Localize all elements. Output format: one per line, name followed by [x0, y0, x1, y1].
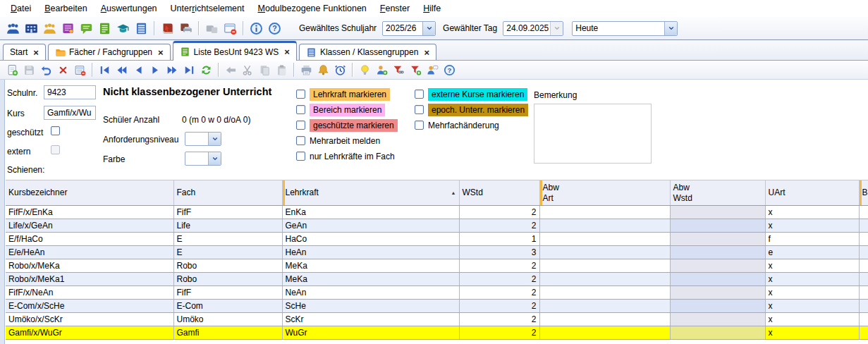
refresh-button[interactable]	[198, 62, 214, 78]
add-person-button[interactable]	[374, 62, 389, 78]
menu-auswertungen[interactable]: Auswertungen	[94, 1, 164, 16]
table-cell[interactable]	[539, 300, 670, 313]
checkbox-mehrarbeit-melden[interactable]: Mehrarbeit melden	[296, 135, 398, 147]
table-cell[interactable]	[539, 219, 670, 233]
column-header-abw-art[interactable]: AbwArt	[539, 180, 670, 206]
table-cell[interactable]: Umöko	[173, 313, 282, 326]
nav-fast-back-button[interactable]	[114, 62, 129, 78]
table-cell[interactable]	[539, 206, 670, 219]
table-cell[interactable]: ScHe	[282, 300, 459, 313]
table-cell[interactable]	[539, 259, 670, 273]
table-cell[interactable]	[859, 233, 868, 246]
table-cell[interactable]: Gamfi/x/WuGr	[6, 326, 173, 340]
table-row[interactable]: E/f/HaCoEHaCo1f	[6, 233, 868, 246]
table-cell[interactable]	[670, 259, 765, 273]
table-cell[interactable]: 3	[459, 246, 539, 259]
table-cell[interactable]	[670, 219, 765, 233]
menu-modulbezogene-funktionen[interactable]: Modulbezogene Funktionen	[252, 1, 374, 16]
table-cell[interactable]: MeKa	[282, 273, 459, 286]
tab-klassen-klassengruppen[interactable]: Klassen / Klassengruppen×	[299, 44, 436, 60]
column-header-uart[interactable]: UArt	[765, 180, 859, 206]
table-cell[interactable]: MeKa	[282, 259, 459, 273]
table-cell[interactable]: E-Com	[173, 300, 282, 313]
checkbox-bereich-markieren[interactable]: Bereich markieren	[296, 104, 398, 116]
checkbox[interactable]	[296, 136, 305, 145]
column-header-lehrkraft[interactable]: Lehrkraft▲	[282, 180, 459, 206]
table-cell[interactable]: Robo	[173, 273, 282, 286]
help-button[interactable]: ?	[266, 20, 283, 37]
save-button[interactable]	[21, 62, 37, 78]
table-cell[interactable]: Robo/x/MeKa	[6, 259, 173, 273]
table-cell[interactable]	[539, 286, 670, 300]
nav-last-button[interactable]	[181, 62, 197, 78]
table-cell[interactable]: FifF/x/EnKa	[6, 206, 173, 219]
nav-forward-button[interactable]	[147, 62, 163, 78]
table-cell[interactable]: HeAn	[282, 246, 459, 259]
table-cell[interactable]: 2	[459, 326, 539, 340]
table-cell[interactable]	[539, 233, 670, 246]
bemerkung-textarea[interactable]	[534, 104, 652, 164]
menu-datei[interactable]: Datei	[4, 1, 38, 16]
tab-liste-besunt-9423-ws[interactable]: Liste BesUnt 9423 WS×	[173, 41, 297, 61]
table-cell[interactable]	[539, 313, 670, 326]
nav-back-button[interactable]	[130, 62, 146, 78]
help-button[interactable]: ?	[441, 62, 457, 78]
table-row[interactable]: Robo/x/MeKaRoboMeKa2x	[6, 259, 868, 273]
geschuetzt-checkbox[interactable]	[51, 126, 60, 135]
table-cell[interactable]: E	[173, 233, 282, 246]
table-cell[interactable]: EnKa	[282, 206, 459, 219]
checkbox[interactable]	[296, 121, 305, 130]
table-cell[interactable]	[670, 326, 765, 340]
checkbox[interactable]	[415, 121, 424, 130]
table-cell[interactable]: Life/x/GeAn	[6, 219, 173, 233]
column-header-b[interactable]: B	[859, 180, 868, 206]
column-header-kursbezeichner[interactable]: Kursbezeichner	[6, 180, 173, 206]
filter-link-button[interactable]	[391, 62, 406, 78]
copy-button[interactable]	[257, 62, 272, 78]
lightbulb-button[interactable]	[357, 62, 372, 78]
table-cell[interactable]	[859, 286, 868, 300]
table-cell[interactable]	[670, 233, 765, 246]
table-cell[interactable]	[670, 300, 765, 313]
undo-button[interactable]	[38, 62, 54, 78]
day-mode-select[interactable]: Heute	[572, 21, 678, 36]
table-cell[interactable]: E/e/HeAn	[6, 246, 173, 259]
checkbox[interactable]	[296, 105, 305, 114]
table-cell[interactable]: 2	[459, 313, 539, 326]
table-cell[interactable]	[859, 219, 868, 233]
table-cell[interactable]: FifF/x/NeAn	[6, 286, 173, 300]
puzzle-button[interactable]	[203, 20, 220, 37]
table-row[interactable]: FifF/x/NeAnFifFNeAn2x	[6, 286, 868, 300]
chat-button[interactable]	[78, 20, 94, 37]
table-cell[interactable]	[539, 326, 670, 340]
table-row[interactable]: FifF/x/EnKaFifFEnKa2x	[6, 206, 868, 219]
checkbox[interactable]	[415, 105, 424, 114]
bell-button[interactable]	[315, 62, 331, 78]
chevron-down-icon[interactable]	[422, 22, 435, 35]
selected-day-select[interactable]: 24.09.2025	[503, 21, 563, 36]
table-cell[interactable]: x	[765, 206, 859, 219]
window-remove-button[interactable]	[221, 20, 238, 37]
menu-bearbeiten[interactable]: Bearbeiten	[38, 1, 94, 16]
students-button[interactable]	[4, 20, 21, 37]
table-cell[interactable]	[670, 206, 765, 219]
schulnr-input[interactable]	[44, 85, 96, 99]
list-button[interactable]	[96, 20, 113, 37]
checkbox-lehrkraft-markieren[interactable]: Lehrkraft markieren	[296, 88, 398, 100]
table-cell[interactable]	[859, 326, 868, 340]
tab-close-icon[interactable]: ×	[33, 48, 39, 57]
paste-button[interactable]	[274, 62, 289, 78]
table-cell[interactable]: x	[765, 300, 859, 313]
table-cell[interactable]: x	[765, 259, 859, 273]
table-row[interactable]: Robo/x/MeKa1RoboMeKa2x	[6, 273, 868, 286]
checkbox[interactable]	[415, 90, 424, 99]
table-cell[interactable]: FifF	[173, 206, 282, 219]
table-cell[interactable]	[859, 246, 868, 259]
table-cell[interactable]: Gamfi	[173, 326, 282, 340]
table-cell[interactable]: e	[765, 246, 859, 259]
table-row[interactable]: E-Com/x/ScHeE-ComScHe2x	[6, 300, 868, 313]
table-cell[interactable]: x	[765, 326, 859, 340]
info-button[interactable]	[247, 20, 264, 37]
school-year-select[interactable]: 2025/26	[382, 21, 436, 36]
table-cell[interactable]	[859, 300, 868, 313]
